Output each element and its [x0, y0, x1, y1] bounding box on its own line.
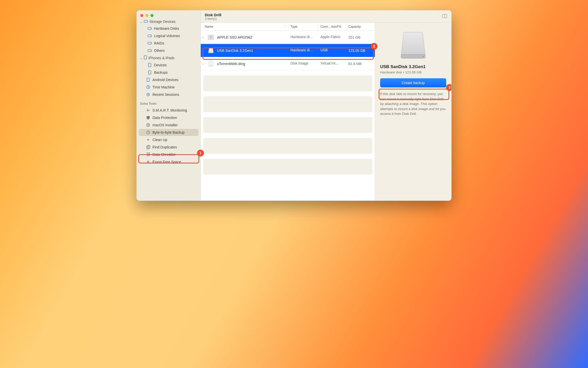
sidebar-item-label: Hardware Disks	[154, 26, 179, 30]
sidebar-item-label: Data Shredder	[152, 152, 176, 157]
device-table: Name⌃ Type Conn…tion/FS Capacity › APPLE…	[201, 23, 375, 201]
table-header: Name⌃ Type Conn…tion/FS Capacity	[201, 23, 375, 31]
sidebar-item-erase-free-space[interactable]: ✻ Erase Free Space	[139, 158, 198, 165]
row-name: APPLE SSD AP0256Z	[217, 35, 252, 39]
sidebar-item-logical-volumes[interactable]: Logical Volumes	[139, 32, 198, 39]
row-connection: USB	[320, 48, 328, 52]
svg-point-5	[151, 36, 151, 36]
svg-rect-13	[147, 78, 149, 82]
loader-icon: ✻	[146, 160, 150, 164]
details-meta: Hardware disk • 123.05 GB	[380, 70, 446, 74]
disk-icon	[147, 42, 152, 45]
main-panel: Disk Drill 3 item(s) Name⌃ Type Conn…tio…	[201, 10, 451, 201]
sidebar-item-label: Android Devices	[152, 78, 178, 82]
row-type: Hardware di…	[290, 48, 313, 52]
chevron-down-icon: ⌄	[140, 56, 142, 60]
row-type: Disk Image	[290, 61, 308, 65]
sidebar-item-smart[interactable]: S.M.A.R.T. Monitoring	[139, 107, 198, 114]
svg-rect-11	[148, 63, 151, 67]
svg-point-24	[211, 37, 211, 37]
minimize-window-button[interactable]	[145, 14, 148, 17]
sidebar-item-label: RAIDs	[154, 41, 164, 45]
page-title: Disk Drill	[205, 13, 221, 17]
sidebar-item-label: Byte-to-byte Backup	[152, 130, 184, 134]
sidebar-item-find-duplicates[interactable]: Find Duplicates	[139, 144, 198, 151]
sort-ascending-icon: ⌃	[284, 25, 286, 28]
activity-icon	[146, 109, 150, 112]
sidebar-item-android[interactable]: Android Devices	[139, 76, 198, 83]
sidebar-item-backups[interactable]: Backups	[139, 69, 198, 76]
sidebar-item-timemachine[interactable]: Time Machine	[139, 84, 198, 91]
annotation-badge-3: 3	[446, 84, 452, 91]
sidebar-item-label: Recent Sessions	[152, 93, 179, 97]
app-window: ⌄ Storage Devices Hardware Disks Logical…	[136, 10, 452, 201]
annotation-badge-2: 2	[371, 43, 377, 50]
sidebar-item-cleanup[interactable]: ✦ Clean Up	[139, 136, 198, 143]
column-connection[interactable]: Conn…tion/FS	[318, 23, 346, 30]
sidebar-group-storage[interactable]: ⌄ Storage Devices	[137, 19, 200, 25]
sidebar-item-label: Clean Up	[152, 138, 167, 142]
sidebar-item-data-shredder[interactable]: Data Shredder	[139, 151, 198, 158]
create-backup-button[interactable]: Create backup	[380, 78, 446, 87]
svg-rect-25	[208, 52, 213, 53]
row-name: uTorrentWeb.dmg	[217, 62, 245, 66]
history-icon	[146, 130, 150, 134]
sidebar-item-raids[interactable]: RAIDs	[139, 40, 198, 47]
sidebar-item-data-protection[interactable]: Data Protection	[139, 114, 198, 121]
table-body: › APPLE SSD AP0256Z Hardware di… Apple F…	[201, 31, 375, 201]
sidebar-item-label: Time Machine	[152, 85, 175, 89]
chevron-right-icon[interactable]: ›	[201, 62, 205, 66]
svg-point-9	[151, 50, 151, 51]
sidebar-item-recent[interactable]: Recent Sessions	[139, 91, 198, 98]
details-help-text: If this disk fails to mount for recovery…	[380, 91, 446, 116]
row-capacity: 123.05 GB	[348, 49, 365, 53]
phone-icon	[147, 70, 152, 74]
sidebar-item-hardware-disks[interactable]: Hardware Disks	[139, 25, 198, 32]
sidebar-section-extra: Extra Tools	[137, 98, 200, 106]
sidebar-item-macos-installer[interactable]: macOS Installer	[139, 121, 198, 129]
svg-point-16	[148, 94, 149, 95]
table-row[interactable]: › uTorrentWeb.dmg Disk Image Virtual Int…	[201, 57, 375, 70]
svg-rect-27	[209, 65, 212, 66]
column-capacity[interactable]: Capacity	[346, 23, 375, 30]
svg-rect-12	[148, 71, 151, 74]
placeholder-row	[203, 138, 372, 154]
disk-icon	[144, 20, 148, 23]
table-row[interactable]: › USB SanDisk 3.2Gen1 Hardware di… USB 1…	[201, 44, 375, 57]
titlebar: Disk Drill 3 item(s)	[201, 10, 451, 23]
chevron-right-icon[interactable]: ›	[201, 35, 205, 39]
gear-icon	[146, 93, 150, 97]
sidebar-item-devices[interactable]: Devices	[139, 62, 198, 69]
row-name: USB SanDisk 3.2Gen1	[217, 49, 253, 53]
svg-point-3	[151, 28, 151, 29]
shield-icon	[146, 116, 150, 120]
svg-rect-10	[144, 56, 147, 59]
table-row[interactable]: › APPLE SSD AP0256Z Hardware di… Apple F…	[201, 31, 375, 44]
bookmark-icon[interactable]	[442, 14, 447, 20]
row-connection: Virtual Int…	[320, 61, 339, 65]
sidebar-group-mobile[interactable]: ⌄ iPhones & iPads	[137, 54, 200, 61]
android-icon	[146, 78, 150, 82]
sidebar: ⌄ Storage Devices Hardware Disks Logical…	[137, 10, 201, 201]
copy-icon	[146, 145, 150, 149]
sidebar-item-label: Others	[154, 49, 165, 53]
svg-rect-28	[401, 55, 425, 58]
disk-icon	[147, 34, 152, 37]
sidebar-item-label: Erase Free Space	[152, 160, 181, 164]
row-type: Hardware di…	[290, 35, 313, 39]
sidebar-item-others[interactable]: Others	[139, 47, 198, 54]
sidebar-item-byte-backup[interactable]: Byte-to-byte Backup	[139, 129, 198, 136]
placeholder-row	[203, 96, 372, 112]
chevron-right-icon[interactable]: ›	[201, 49, 205, 53]
close-window-button[interactable]	[140, 14, 143, 17]
sidebar-item-label: Devices	[154, 63, 167, 67]
sidebar-item-label: Logical Volumes	[154, 34, 180, 38]
column-type[interactable]: Type	[288, 23, 318, 30]
maximize-window-button[interactable]	[150, 14, 153, 17]
shredder-icon	[146, 152, 150, 157]
chevron-down-icon: ⌄	[140, 20, 142, 24]
annotation-badge-1: 1	[197, 150, 204, 156]
row-capacity: 251 GB	[348, 35, 360, 39]
details-title: USB SanDisk 3.2Gen1	[380, 64, 446, 69]
column-name[interactable]: Name⌃	[201, 23, 288, 30]
